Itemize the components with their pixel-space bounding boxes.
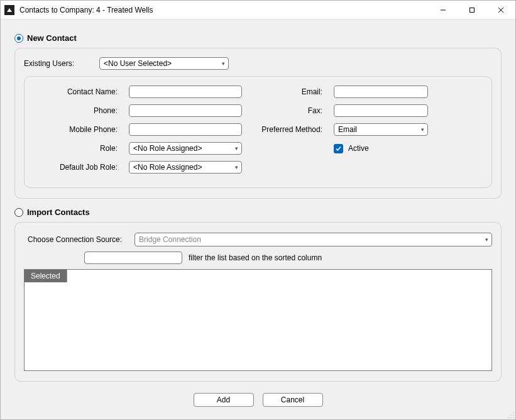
active-row[interactable]: Active (334, 144, 428, 153)
phone-label: Phone: (36, 106, 118, 115)
existing-users-label: Existing Users: (24, 59, 99, 68)
mobile-phone-label: Mobile Phone: (36, 125, 118, 134)
import-table[interactable]: Selected (24, 269, 492, 371)
chevron-down-icon: ▾ (235, 164, 238, 170)
default-job-role-select[interactable]: <No Role Assigned> ▾ (129, 161, 242, 174)
svg-point-9 (508, 417, 509, 418)
radio-import-contacts[interactable] (14, 208, 23, 217)
new-contact-panel: Existing Users: <No User Selected> ▾ Con… (14, 48, 502, 199)
dialog-window: Contacts to Company: 4 - Treated Wells N… (0, 0, 516, 420)
connection-source-value: Bridge Connection (139, 235, 201, 244)
mode-new-contact-label: New Contact (27, 33, 77, 43)
default-job-role-value: <No Role Assigned> (133, 163, 202, 172)
connection-source-row: Choose Connection Source: Bridge Connect… (24, 229, 492, 251)
svg-point-8 (510, 417, 512, 418)
existing-users-value: <No User Selected> (104, 59, 172, 68)
filter-input[interactable] (84, 251, 182, 264)
chevron-down-icon: ▾ (235, 145, 238, 152)
connection-source-label: Choose Connection Source: (28, 235, 122, 244)
import-contacts-panel: Choose Connection Source: Bridge Connect… (14, 222, 502, 382)
close-button[interactable] (486, 1, 515, 19)
chevron-down-icon: ▾ (485, 236, 488, 243)
contact-fields-panel: Contact Name: Email: Phone: Fax: Mobile … (24, 76, 492, 188)
default-job-role-label: Default Job Role: (36, 163, 118, 172)
preferred-method-value: Email (338, 125, 357, 134)
preferred-method-select[interactable]: Email ▾ (334, 123, 428, 136)
title-bar: Contacts to Company: 4 - Treated Wells (1, 1, 515, 19)
preferred-method-label: Preferred Method: (253, 125, 322, 134)
connection-source-select[interactable]: Bridge Connection ▾ (134, 233, 492, 246)
role-label: Role: (36, 144, 118, 153)
chevron-down-icon: ▾ (421, 126, 424, 133)
contact-name-label: Contact Name: (36, 87, 118, 96)
minimize-button[interactable] (429, 1, 458, 19)
active-label: Active (348, 144, 369, 153)
email-input[interactable] (334, 86, 428, 98)
phone-input[interactable] (129, 104, 242, 117)
cancel-button[interactable]: Cancel (263, 393, 323, 407)
resize-grip[interactable] (507, 411, 515, 419)
fax-input[interactable] (334, 104, 428, 117)
mobile-phone-input[interactable] (129, 123, 242, 136)
window-title: Contacts to Company: 4 - Treated Wells (19, 6, 153, 14)
active-checkbox[interactable] (334, 144, 343, 153)
table-column-selected[interactable]: Selected (25, 270, 67, 282)
existing-users-select[interactable]: <No User Selected> ▾ (99, 57, 229, 70)
existing-users-row: Existing Users: <No User Selected> ▾ (24, 55, 492, 76)
mode-import-contacts-label: Import Contacts (27, 207, 90, 217)
svg-rect-1 (470, 8, 475, 12)
filter-row: filter the list based on the sorted colu… (24, 251, 492, 269)
dialog-footer: Add Cancel (14, 387, 502, 411)
mode-new-contact-row[interactable]: New Contact (14, 33, 502, 43)
radio-new-contact[interactable] (14, 34, 23, 43)
add-button[interactable]: Add (194, 393, 254, 407)
role-value: <No Role Assigned> (133, 144, 202, 153)
filter-hint: filter the list based on the sorted colu… (189, 253, 322, 262)
app-icon (4, 5, 14, 15)
contact-name-input[interactable] (129, 86, 242, 98)
mode-import-contacts-row[interactable]: Import Contacts (14, 207, 502, 217)
svg-point-7 (513, 417, 514, 418)
role-select[interactable]: <No Role Assigned> ▾ (129, 142, 242, 155)
svg-point-6 (510, 414, 512, 416)
chevron-down-icon: ▾ (222, 60, 225, 67)
svg-point-5 (513, 414, 514, 416)
fax-label: Fax: (253, 106, 322, 115)
email-label: Email: (253, 87, 322, 96)
maximize-button[interactable] (458, 1, 486, 19)
dialog-content: New Contact Existing Users: <No User Sel… (1, 19, 515, 419)
svg-point-4 (513, 412, 514, 413)
